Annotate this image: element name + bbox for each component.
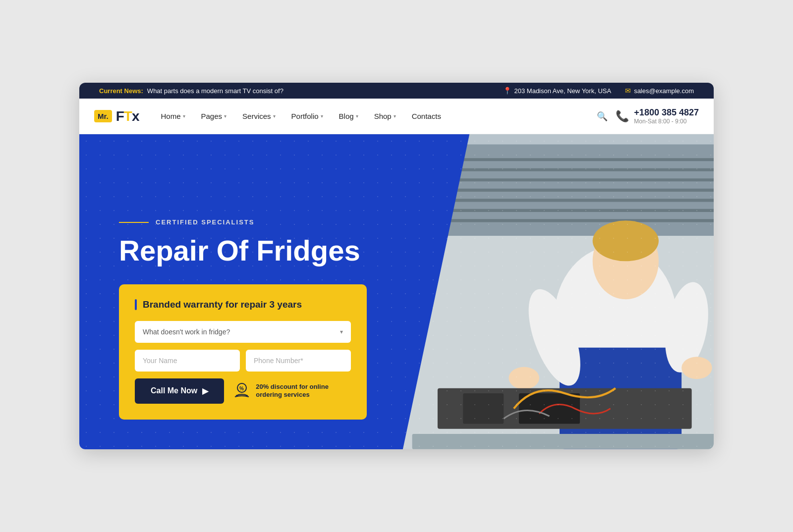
- hero-content: CERTIFIED SPECIALISTS Repair Of Fridges …: [79, 134, 466, 449]
- hero-section: CERTIFIED SPECIALISTS Repair Of Fridges …: [79, 134, 714, 449]
- subtitle-line: [119, 222, 149, 223]
- fridge-problem-select[interactable]: What doesn't work in fridge? Not cooling…: [135, 321, 351, 343]
- form-card: Branded warranty for repair 3 years What…: [119, 284, 367, 420]
- svg-point-12: [593, 220, 659, 261]
- nav-menu: Home ▾ Pages ▾ Services ▾ Portfolio ▾ Bl…: [154, 108, 593, 124]
- phone-info: +1800 385 4827 Mon-Sat 8:00 - 9:00: [634, 107, 699, 125]
- name-input[interactable]: [135, 350, 240, 372]
- news-text: What parts does a modern smart TV consis…: [147, 87, 283, 95]
- nav-item-pages[interactable]: Pages ▾: [194, 108, 234, 124]
- subtitle-text: CERTIFIED SPECIALISTS: [156, 218, 254, 226]
- nav-item-services[interactable]: Services ▾: [235, 108, 283, 124]
- news-bar: Current News: What parts does a modern s…: [79, 83, 714, 99]
- hero-subtitle: CERTIFIED SPECIALISTS: [119, 218, 466, 226]
- news-bar-left: Current News: What parts does a modern s…: [99, 87, 283, 95]
- phone-input[interactable]: [246, 350, 351, 372]
- svg-point-17: [681, 357, 712, 379]
- submit-button[interactable]: Call Me Now ▶: [135, 378, 224, 404]
- discount-info: % 20% discount for online ordering servi…: [233, 382, 351, 400]
- select-wrapper: What doesn't work in fridge? Not cooling…: [135, 321, 351, 343]
- form-title-bar: [135, 299, 137, 310]
- chevron-down-icon: ▾: [273, 113, 276, 119]
- phone-icon: 📞: [616, 110, 629, 123]
- chevron-down-icon: ▾: [321, 113, 323, 119]
- browser-window: Current News: What parts does a modern s…: [79, 83, 714, 449]
- discount-icon: %: [233, 382, 251, 400]
- email-text: sales@example.com: [634, 87, 694, 95]
- logo-box: Mr.: [94, 110, 112, 122]
- svg-rect-19: [463, 393, 504, 424]
- nav-item-portfolio[interactable]: Portfolio ▾: [284, 108, 330, 124]
- chevron-down-icon: ▾: [183, 113, 185, 119]
- svg-rect-20: [519, 393, 580, 424]
- hero-title: Repair Of Fridges: [119, 235, 466, 266]
- address-text: 203 Madison Ave, New York, USA: [514, 87, 612, 95]
- address-item: 📍 203 Madison Ave, New York, USA: [503, 87, 612, 95]
- submit-label: Call Me Now: [151, 386, 197, 395]
- nav-item-contacts[interactable]: Contacts: [405, 108, 448, 124]
- svg-text:%: %: [239, 386, 244, 391]
- svg-point-16: [509, 367, 539, 389]
- logo-text: FTx: [116, 108, 139, 124]
- form-bottom: Call Me Now ▶ %: [135, 378, 351, 404]
- form-row-inputs: [135, 350, 351, 372]
- arrow-icon: ▶: [202, 386, 208, 396]
- mail-icon: ✉: [625, 87, 631, 95]
- news-label: Current News:: [99, 87, 143, 95]
- pin-icon: 📍: [503, 87, 511, 95]
- form-title-text: Branded warranty for repair 3 years: [143, 299, 302, 310]
- nav: Mr. FTx Home ▾ Pages ▾ Services ▾ Portfo…: [79, 99, 714, 134]
- form-title: Branded warranty for repair 3 years: [135, 299, 351, 310]
- chevron-down-icon: ▾: [224, 113, 227, 119]
- chevron-down-icon: ▾: [394, 113, 396, 119]
- nav-item-blog[interactable]: Blog ▾: [332, 108, 365, 124]
- nav-item-shop[interactable]: Shop ▾: [367, 108, 403, 124]
- news-bar-right: 📍 203 Madison Ave, New York, USA ✉ sales…: [503, 87, 694, 95]
- nav-phone: 📞 +1800 385 4827 Mon-Sat 8:00 - 9:00: [616, 107, 699, 125]
- chevron-down-icon: ▾: [356, 113, 358, 119]
- phone-hours: Mon-Sat 8:00 - 9:00: [634, 118, 699, 125]
- search-icon[interactable]: 🔍: [597, 111, 608, 122]
- logo[interactable]: Mr. FTx: [94, 108, 139, 124]
- email-item: ✉ sales@example.com: [625, 87, 694, 95]
- discount-text: 20% discount for online ordering service…: [256, 383, 351, 400]
- nav-item-home[interactable]: Home ▾: [154, 108, 192, 124]
- phone-number[interactable]: +1800 385 4827: [634, 107, 699, 118]
